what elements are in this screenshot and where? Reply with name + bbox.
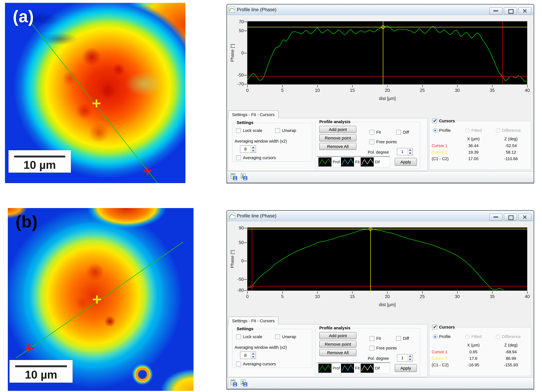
tab-settings-fit-cursors[interactable]: Settings - Fit - Cursors bbox=[228, 110, 279, 118]
difference-radio[interactable]: Difference bbox=[496, 334, 521, 339]
lock-scale-checkbox[interactable]: Lock scale bbox=[236, 128, 262, 133]
cursor2-x: 19.39 bbox=[459, 150, 488, 155]
free-points-checkbox[interactable]: Free points bbox=[369, 140, 397, 144]
check-icon: ✔ bbox=[433, 324, 437, 330]
pol-degree-spinner[interactable]: 1 bbox=[397, 148, 413, 155]
unwrap-checkbox[interactable]: Unwrap bbox=[275, 334, 296, 339]
checkbox-box bbox=[275, 128, 280, 133]
bottom-toolbar bbox=[227, 377, 534, 389]
diff-checkbox[interactable]: Diff bbox=[396, 336, 409, 341]
window-titlebar[interactable]: Profile line (Phase) bbox=[227, 211, 534, 221]
spinner-down-icon[interactable] bbox=[408, 358, 412, 361]
free-points-checkbox[interactable]: Free points bbox=[369, 346, 397, 350]
averaging-width-spinner[interactable]: 8 bbox=[240, 145, 256, 153]
difference-x: -16.95 bbox=[459, 363, 488, 367]
restore-button[interactable] bbox=[504, 7, 517, 15]
restore-button[interactable] bbox=[504, 214, 517, 221]
fit-checkbox[interactable]: Fit bbox=[369, 336, 381, 341]
axis-tick: 10 bbox=[309, 294, 326, 299]
pol-degree-spinner[interactable]: 1 bbox=[397, 354, 413, 361]
profile-plot[interactable] bbox=[247, 228, 527, 291]
fit-checkbox[interactable]: Fit bbox=[369, 130, 381, 135]
profile-plot[interactable] bbox=[247, 21, 527, 85]
x-axis-label: dist [µm] bbox=[366, 302, 409, 307]
panel-label-b: (b) bbox=[16, 212, 38, 231]
profile-chart-icon bbox=[229, 6, 235, 13]
toolbar-grip[interactable] bbox=[228, 379, 229, 387]
axis-tick: 10 bbox=[309, 88, 326, 93]
cursors-checkbox[interactable]: ✔ Cursors bbox=[431, 325, 456, 329]
averaging-cursors-checkbox[interactable]: Averaging cursors bbox=[236, 361, 276, 366]
radio-circle bbox=[496, 334, 500, 339]
averaging-width-label: Averaging window width (x2) bbox=[235, 345, 287, 350]
close-button[interactable] bbox=[518, 214, 531, 221]
save-data-icon[interactable] bbox=[230, 173, 238, 180]
apply-button[interactable]: Apply bbox=[395, 158, 417, 166]
spinner-up-icon[interactable] bbox=[408, 148, 412, 152]
radio-circle bbox=[433, 128, 437, 133]
scale-bar-text: 10 µm bbox=[10, 368, 73, 381]
spinner-up-icon[interactable] bbox=[408, 354, 412, 358]
profile-chart-icon bbox=[229, 213, 235, 219]
cursor2-x: 17.6 bbox=[459, 356, 488, 361]
axis-tick bbox=[352, 291, 352, 294]
save-image-icon[interactable] bbox=[241, 379, 248, 387]
checkbox-box: ✔ bbox=[432, 118, 437, 123]
profile-radio[interactable]: Profile bbox=[433, 128, 451, 133]
fitted-radio[interactable]: Fitted bbox=[465, 128, 482, 133]
fitted-radio[interactable]: Fitted bbox=[465, 334, 482, 339]
spinner-down-icon[interactable] bbox=[408, 152, 412, 155]
axis-tick bbox=[244, 31, 247, 31]
lock-scale-checkbox[interactable]: Lock scale bbox=[236, 334, 262, 339]
remove-all-button[interactable]: Remove All bbox=[319, 143, 356, 150]
phase-map-image-a: (a) 10 µm bbox=[5, 3, 185, 183]
save-image-icon[interactable] bbox=[241, 173, 248, 180]
axis-tick bbox=[457, 291, 458, 294]
profile-radio[interactable]: Profile bbox=[433, 334, 451, 339]
averaging-cursors-checkbox[interactable]: Averaging cursors bbox=[236, 155, 276, 160]
remove-all-button[interactable]: Remove All bbox=[319, 349, 356, 356]
axis-tick bbox=[244, 261, 247, 261]
difference-radio[interactable]: Difference bbox=[496, 128, 521, 133]
axis-tick: 15 bbox=[344, 88, 361, 93]
spinner-up-icon[interactable] bbox=[251, 146, 256, 149]
axis-tick: 30 bbox=[449, 294, 466, 299]
apply-button[interactable]: Apply bbox=[395, 364, 417, 372]
toolbar-grip[interactable] bbox=[228, 173, 229, 180]
cursor2-label: Cursor 2 bbox=[432, 150, 461, 155]
save-data-icon[interactable] bbox=[230, 379, 238, 387]
averaging-width-spinner[interactable]: 8 bbox=[240, 352, 256, 359]
remove-point-button[interactable]: Remove point bbox=[319, 134, 356, 141]
spinner-down-icon[interactable] bbox=[251, 149, 256, 152]
minimize-icon bbox=[493, 216, 498, 218]
window-title: Profile line (Phase) bbox=[237, 7, 276, 12]
scale-bar-text: 10 µm bbox=[9, 158, 71, 172]
minimize-button[interactable] bbox=[489, 7, 502, 15]
plot-area[interactable] bbox=[247, 21, 527, 85]
diff-checkbox[interactable]: Diff bbox=[396, 130, 409, 135]
axis-tick: -50 bbox=[227, 73, 244, 78]
cursors-checkbox[interactable]: ✔ Cursors bbox=[431, 118, 456, 123]
minimize-button[interactable] bbox=[489, 214, 502, 221]
z-column-header: Z (deg) bbox=[497, 137, 525, 141]
x-column-header: X (µm) bbox=[459, 343, 488, 348]
settings-group-title: Settings bbox=[235, 120, 255, 125]
x-axis-label: dist [µm] bbox=[366, 96, 409, 101]
window-titlebar[interactable]: Profile line (Phase) bbox=[227, 5, 534, 15]
spinner-down-icon[interactable] bbox=[251, 355, 256, 359]
averaging-width-label: Averaging window width (x2) bbox=[235, 139, 287, 144]
plot-area[interactable] bbox=[247, 227, 527, 291]
remove-point-button[interactable]: Remove point bbox=[319, 341, 356, 348]
axis-tick: -80 bbox=[227, 288, 244, 293]
axis-tick: -70 bbox=[227, 81, 244, 86]
close-button[interactable] bbox=[518, 7, 531, 15]
spinner-up-icon[interactable] bbox=[251, 352, 256, 355]
add-point-button[interactable]: Add point bbox=[319, 126, 356, 133]
unwrap-checkbox[interactable]: Unwrap bbox=[275, 128, 296, 133]
axis-tick bbox=[247, 291, 248, 294]
bottom-toolbar bbox=[227, 171, 534, 183]
add-point-button[interactable]: Add point bbox=[319, 332, 356, 339]
tab-settings-fit-cursors[interactable]: Settings - Fit - Cursors bbox=[228, 317, 279, 325]
cursors-group: ✔ Cursors Profile Fitted Difference X (µ… bbox=[429, 327, 531, 376]
axis-tick: 5 bbox=[274, 294, 291, 299]
